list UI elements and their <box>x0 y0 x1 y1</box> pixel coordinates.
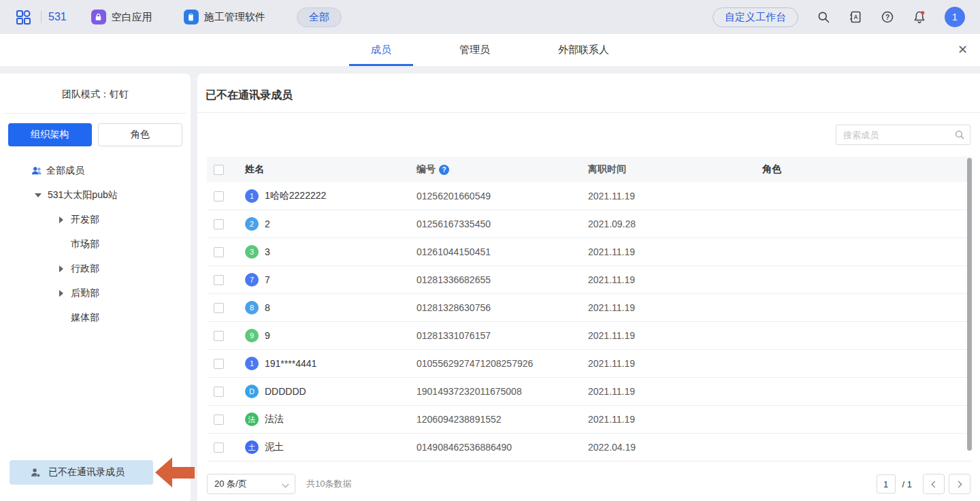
member-name: 191****4441 <box>265 358 316 369</box>
caret-right-icon[interactable] <box>54 290 68 297</box>
member-leave-date: 2021.11.19 <box>588 302 762 313</box>
page-size-value: 20 条/页 <box>214 478 247 490</box>
apps-grid-icon[interactable] <box>15 9 31 25</box>
tree-item-dev-dept[interactable]: 开发部 <box>0 208 191 232</box>
row-checkbox[interactable] <box>214 275 224 285</box>
search-icon[interactable] <box>954 129 965 140</box>
view-toggle: 组织架构 角色 <box>0 114 191 153</box>
row-checkbox[interactable] <box>214 331 224 341</box>
notification-bell-icon[interactable] <box>913 10 926 24</box>
member-name: 2 <box>265 219 270 229</box>
members-table: 姓名 编号? 离职时间 角色 1 1哈哈2222222 012562016605… <box>207 157 972 462</box>
annotation-arrow-icon <box>155 457 195 488</box>
table-row[interactable]: 土 泥土 014908462536886490 2022.04.19 <box>207 434 972 462</box>
member-name: 泥土 <box>265 441 284 453</box>
row-checkbox[interactable] <box>214 219 224 229</box>
member-leave-date: 2021.11.19 <box>588 358 762 369</box>
tree-item-market-dept[interactable]: 市场部 <box>0 232 191 257</box>
workspace-name[interactable]: 531 <box>48 11 67 23</box>
row-checkbox[interactable] <box>214 359 224 369</box>
tree-item-org-root[interactable]: 531大太阳pub站 <box>0 183 191 208</box>
member-number: 0105562927471208257926 <box>416 358 588 369</box>
table-row[interactable]: 3 3 01261044150451 2021.11.19 <box>207 238 972 266</box>
member-avatar: 土 <box>245 440 259 454</box>
member-leave-date: 2021.11.19 <box>588 246 762 257</box>
search-box <box>836 125 970 145</box>
caret-down-icon[interactable] <box>31 193 45 197</box>
tab-admins[interactable]: 管理员 <box>438 34 512 66</box>
caret-right-icon[interactable] <box>54 216 68 223</box>
member-leave-date: 2021.11.19 <box>588 386 762 397</box>
app-item-construction-software[interactable]: 施工管理软件 <box>184 10 265 25</box>
bag-icon <box>91 10 106 25</box>
row-checkbox[interactable] <box>214 415 224 425</box>
table-row[interactable]: 8 8 01281328630756 2021.11.19 <box>207 294 972 322</box>
table-row[interactable]: D DDDDDD 19014937232011675008 2021.11.19 <box>207 378 972 406</box>
member-avatar: 1 <box>245 189 259 203</box>
row-checkbox[interactable] <box>214 247 224 257</box>
app-item-blank-app[interactable]: 空白应用 <box>91 10 152 25</box>
address-book-icon[interactable]: A <box>849 10 862 24</box>
team-mode-label: 团队模式：钉钉 <box>0 74 191 113</box>
row-checkbox[interactable] <box>214 387 224 397</box>
table-row[interactable]: 9 9 01281331076157 2021.11.19 <box>207 322 972 350</box>
tab-external-contacts[interactable]: 外部联系人 <box>536 34 631 66</box>
org-structure-button[interactable]: 组织架构 <box>8 123 92 146</box>
member-leave-date: 2021.11.19 <box>588 330 762 341</box>
tree-item-media-dept[interactable]: 媒体部 <box>0 306 191 330</box>
member-avatar: 8 <box>245 301 259 314</box>
table-row[interactable]: 1 1哈哈2222222 01256201660549 2021.11.19 <box>207 182 972 210</box>
caret-right-icon[interactable] <box>54 265 68 272</box>
table-scrollbar[interactable] <box>967 158 972 451</box>
prev-page-button[interactable] <box>923 474 945 494</box>
member-avatar: D <box>245 385 259 398</box>
total-pages-label: / 1 <box>902 479 912 489</box>
tree-item-all-members[interactable]: 全部成员 <box>0 159 191 183</box>
member-avatar: 1 <box>245 357 259 370</box>
search-input[interactable] <box>836 125 970 145</box>
tree-item-logistics-dept[interactable]: 后勤部 <box>0 281 191 306</box>
clipboard-icon <box>184 10 199 25</box>
app-label: 空白应用 <box>112 11 152 24</box>
chevron-left-icon <box>932 481 938 487</box>
tree-item-label: 531大太阳pub站 <box>48 189 118 201</box>
member-number: 1206094238891552 <box>416 414 588 425</box>
help-icon[interactable]: ? <box>881 10 894 24</box>
people-icon <box>30 165 44 177</box>
column-header-leave-date: 离职时间 <box>588 163 762 176</box>
roles-button[interactable]: 角色 <box>98 123 183 146</box>
member-avatar: 法 <box>245 413 259 426</box>
page-size-select[interactable]: 20 条/页 <box>207 474 295 494</box>
table-row[interactable]: 1 191****4441 0105562927471208257926 202… <box>207 350 972 378</box>
resigned-members-item[interactable]: 已不在通讯录成员 <box>10 460 153 485</box>
tab-members[interactable]: 成员 <box>349 34 413 66</box>
filter-all-pill[interactable]: 全部 <box>297 7 342 27</box>
pager: / 1 <box>877 474 970 494</box>
table-row[interactable]: 法 法法 1206094238891552 2021.11.19 <box>207 406 972 434</box>
search-icon[interactable] <box>817 10 830 24</box>
row-checkbox[interactable] <box>214 303 224 313</box>
pagination-bar: 20 条/页 共10条数据 / 1 <box>197 467 980 501</box>
page-number-input[interactable] <box>877 474 896 494</box>
search-row <box>197 113 980 145</box>
column-header-role: 角色 <box>762 163 972 176</box>
help-question-icon[interactable]: ? <box>439 165 449 175</box>
member-leave-date: 2021.11.19 <box>588 191 762 201</box>
member-avatar: 2 <box>245 217 259 231</box>
next-page-button[interactable] <box>949 474 970 494</box>
row-checkbox[interactable] <box>214 191 224 201</box>
row-checkbox[interactable] <box>214 442 224 453</box>
table-row[interactable]: 7 7 01281336682655 2021.11.19 <box>207 266 972 294</box>
member-name: DDDDDD <box>265 386 306 397</box>
member-number: 19014937232011675008 <box>416 386 588 397</box>
table-row[interactable]: 2 2 01256167335450 2021.09.28 <box>207 210 972 238</box>
close-icon[interactable]: ✕ <box>958 42 968 57</box>
user-avatar[interactable]: 1 <box>945 7 965 27</box>
tree-item-label: 市场部 <box>71 238 99 251</box>
tree-item-admin-dept[interactable]: 行政部 <box>0 257 191 281</box>
total-count-label: 共10条数据 <box>306 478 351 490</box>
tree-item-label: 行政部 <box>71 263 99 275</box>
customize-workbench-button[interactable]: 自定义工作台 <box>713 7 798 27</box>
column-header-name: 姓名 <box>245 163 416 176</box>
select-all-checkbox[interactable] <box>214 165 224 175</box>
